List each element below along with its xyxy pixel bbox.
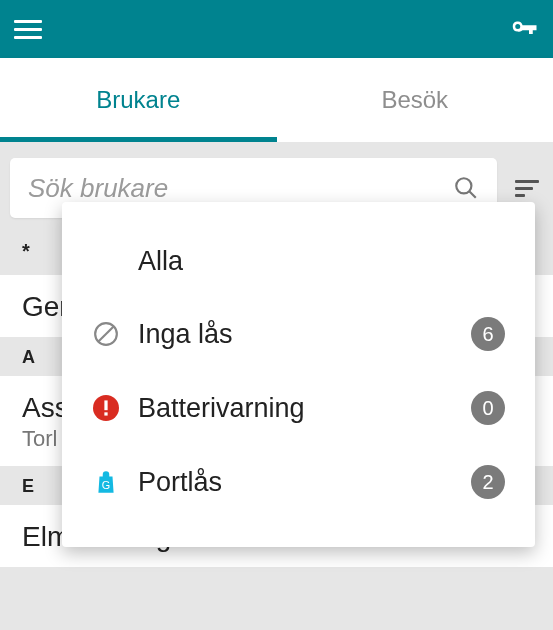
search-input[interactable]	[28, 173, 453, 204]
count-badge: 2	[471, 465, 505, 499]
hamburger-menu-icon[interactable]	[14, 20, 42, 39]
tab-besok[interactable]: Besök	[277, 58, 554, 142]
svg-rect-6	[104, 412, 107, 415]
svg-line-1	[469, 191, 476, 198]
tab-label: Besök	[381, 86, 448, 114]
svg-line-3	[98, 326, 113, 341]
filter-option-label: Batterivarning	[138, 393, 453, 424]
tab-brukare[interactable]: Brukare	[0, 58, 277, 142]
empty-icon	[92, 248, 120, 276]
filter-icon[interactable]	[511, 176, 543, 201]
alert-icon	[92, 394, 120, 422]
filter-option-port-lock[interactable]: G Portlås 2	[62, 445, 535, 519]
svg-rect-5	[104, 400, 107, 410]
app-header	[0, 0, 553, 58]
filter-option-no-locks[interactable]: Inga lås 6	[62, 297, 535, 371]
key-icon[interactable]	[509, 14, 539, 44]
filter-option-label: Alla	[138, 246, 505, 277]
svg-text:G: G	[102, 479, 110, 491]
filter-option-battery-warning[interactable]: Batterivarning 0	[62, 371, 535, 445]
tab-bar: Brukare Besök	[0, 58, 553, 142]
tab-label: Brukare	[96, 86, 180, 114]
prohibit-icon	[92, 320, 120, 348]
filter-option-label: Inga lås	[138, 319, 453, 350]
content-area: * Ger A Ass Torl E Elma Öberg › Alla	[0, 142, 553, 630]
bag-icon: G	[92, 468, 120, 496]
count-badge: 6	[471, 317, 505, 351]
search-icon	[453, 175, 479, 201]
svg-point-0	[456, 178, 471, 193]
filter-popover: Alla Inga lås 6 Batterivarning 0	[62, 202, 535, 547]
count-badge: 0	[471, 391, 505, 425]
filter-option-label: Portlås	[138, 467, 453, 498]
filter-option-all[interactable]: Alla	[62, 226, 535, 297]
